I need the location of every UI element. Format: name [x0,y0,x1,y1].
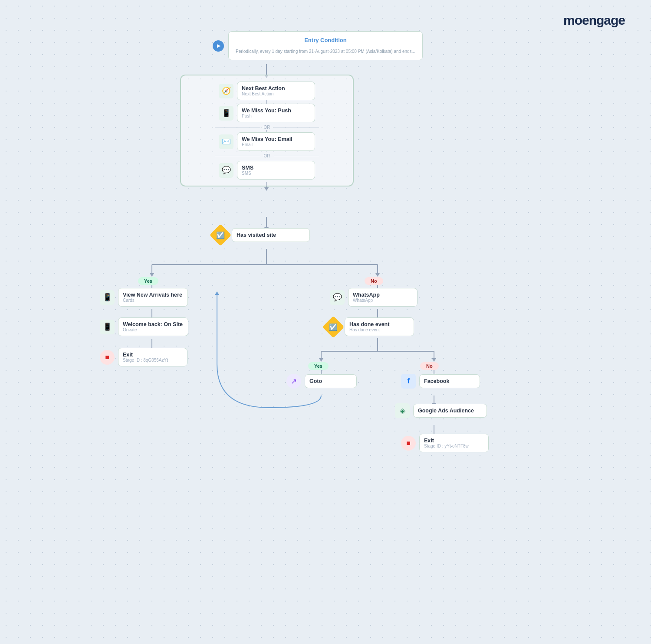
has-visited-icon: ☑️ [210,224,232,246]
exit-left-subtitle: Stage ID : 8qG056AzYt [123,358,168,363]
facebook-title: Facebook [424,378,449,384]
or-text-1: OR [264,125,270,130]
goto-icon: ↗ [286,374,301,389]
push-card[interactable]: We Miss You: Push Push [237,104,315,122]
facebook-icon: f [401,374,416,389]
email-card[interactable]: We Miss You: Email Email [237,132,315,151]
nba-icon: 🧭 [219,84,233,98]
svg-marker-32 [319,358,323,362]
or-divider-1: OR [215,125,319,130]
goto-title: Goto [309,378,322,384]
has-visited-node[interactable]: ☑️ Has visited site [213,227,310,243]
logo: moengage [563,13,625,28]
sms-card[interactable]: SMS SMS [237,161,315,180]
sms-node[interactable]: 💬 SMS SMS [189,161,345,180]
has-done-event-node[interactable]: ☑️ Has done event Has done event [326,317,414,336]
no-badge-right: No [365,277,383,284]
svg-marker-18 [375,273,380,277]
email-node[interactable]: ✉️ We Miss You: Email Email [189,132,345,151]
welcome-back-subtitle: On-site [123,327,183,332]
exit-left-title: Exit [123,352,168,358]
whatsapp-node[interactable]: 💬 WhatsApp WhatsApp [330,288,418,307]
has-done-event-icon: ☑️ [322,316,345,338]
view-arrivals-subtitle: Cards [123,298,182,303]
has-done-event-title: Has done event [349,321,389,327]
entry-condition-node[interactable]: ▶ Entry Condition Periodically, every 1 … [213,31,423,60]
or-text-2: OR [264,154,270,158]
welcome-back-icon: 📱 [100,320,115,334]
whatsapp-subtitle: WhatsApp [353,298,380,303]
view-arrivals-title: View New Arrivals here [123,292,182,298]
whatsapp-title: WhatsApp [353,292,380,298]
svg-marker-16 [150,273,154,277]
facebook-card[interactable]: Facebook [419,374,480,388]
push-icon: 📱 [219,106,233,121]
view-arrivals-node[interactable]: 📱 View New Arrivals here Cards [100,288,188,307]
google-ads-node[interactable]: ◈ Google Ads Audience [395,403,487,418]
welcome-back-node[interactable]: 📱 Welcome back: On Site On-site [100,317,188,336]
sms-subtitle: SMS [242,171,253,176]
welcome-back-title: Welcome back: On Site [123,321,183,327]
exit-left-card[interactable]: Exit Stage ID : 8qG056AzYt [118,348,187,366]
exit-left-node[interactable]: ■ Exit Stage ID : 8qG056AzYt [100,348,187,366]
svg-marker-9 [264,187,269,191]
yes-badge-left: Yes [138,277,158,284]
entry-condition-card[interactable]: Entry Condition Periodically, every 1 da… [228,31,423,60]
exit-right-subtitle: Stage ID : yYt-oNTF8w [424,444,469,448]
yes-badge-2: Yes [308,362,329,369]
sms-title: SMS [242,165,253,171]
push-title: We Miss You: Push [242,108,291,114]
no-badge-2: No [420,362,439,369]
nba-node[interactable]: 🧭 Next Best Action Next Best Action [189,82,345,100]
google-ads-icon: ◈ [395,403,410,418]
view-arrivals-icon: 📱 [100,290,115,305]
nba-card[interactable]: Next Best Action Next Best Action [237,82,315,100]
goto-node[interactable]: ↗ Goto [286,374,357,389]
email-icon: ✉️ [219,134,233,149]
welcome-back-card[interactable]: Welcome back: On Site On-site [118,317,188,336]
email-subtitle: Email [242,142,293,147]
has-visited-title: Has visited site [237,232,276,238]
email-title: We Miss You: Email [242,136,293,142]
goto-card[interactable]: Goto [305,374,357,388]
svg-marker-34 [432,358,436,362]
nba-subtitle: Next Best Action [242,92,285,96]
exit-right-node[interactable]: ■ Exit Stage ID : yYt-oNTF8w [401,434,489,452]
or-divider-2: OR [215,154,319,158]
whatsapp-icon: 💬 [330,290,345,305]
nba-title: Next Best Action [242,85,285,92]
nba-group: 🧭 Next Best Action Next Best Action 📱 We… [180,75,354,186]
has-done-event-subtitle: Has done event [349,327,389,332]
google-ads-card[interactable]: Google Ads Audience [413,404,487,418]
exit-right-card[interactable]: Exit Stage ID : yYt-oNTF8w [419,434,489,452]
exit-right-icon: ■ [401,436,416,451]
entry-title: Entry Condition [236,37,415,43]
has-visited-card[interactable]: Has visited site [232,228,310,242]
facebook-node[interactable]: f Facebook [401,374,480,389]
push-subtitle: Push [242,114,291,118]
play-icon: ▶ [213,40,224,52]
whatsapp-card[interactable]: WhatsApp WhatsApp [348,288,418,307]
google-ads-title: Google Ads Audience [418,408,474,414]
view-arrivals-card[interactable]: View New Arrivals here Cards [118,288,188,307]
exit-right-title: Exit [424,438,469,444]
svg-marker-43 [215,291,219,295]
sms-icon: 💬 [219,163,233,178]
exit-left-icon: ■ [100,350,115,365]
push-node[interactable]: 📱 We Miss You: Push Push [189,104,345,122]
entry-desc: Periodically, every 1 day starting from … [236,49,415,55]
has-done-event-card[interactable]: Has done event Has done event [345,317,414,336]
